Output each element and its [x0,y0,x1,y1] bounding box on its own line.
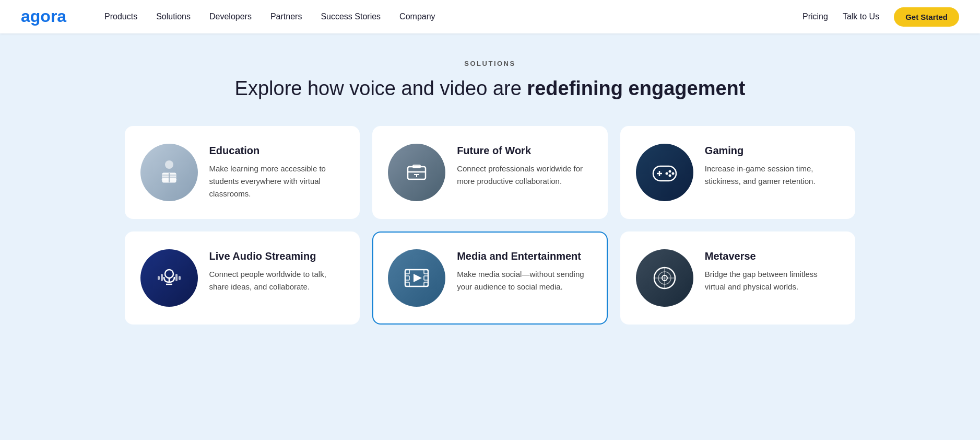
solutions-grid: Education Make learning more accessible … [125,126,856,325]
logo[interactable]: agora [21,7,78,26]
talk-to-us-link[interactable]: Talk to Us [843,12,879,21]
card-title-metaverse: Metaverse [705,249,840,263]
svg-point-19 [665,172,668,175]
avatar-metaverse [636,249,693,307]
card-desc-education: Make learning more accessible to student… [209,163,345,200]
svg-point-18 [668,174,671,177]
svg-rect-23 [158,276,160,280]
card-media[interactable]: Media and Entertainment Make media socia… [372,231,608,325]
svg-rect-8 [408,167,426,179]
svg-point-20 [165,270,173,278]
card-live-audio[interactable]: Live Audio Streaming Connect people worl… [125,231,360,325]
card-desc-media: Make media social—without sending your a… [457,268,592,293]
card-desc-gaming: Increase in-game session time, stickines… [705,163,840,188]
headline-prefix: Explore how voice and video are [235,77,527,99]
nav-links: Products Solutions Developers Partners S… [104,12,802,21]
svg-rect-26 [179,276,181,280]
pricing-link[interactable]: Pricing [802,12,828,21]
nav-solutions[interactable]: Solutions [156,12,191,21]
card-title-liveaudio: Live Audio Streaming [209,249,345,263]
card-title-futureofwork: Future of Work [457,144,592,157]
section-headline: Explore how voice and video are redefini… [31,77,949,101]
svg-point-17 [671,172,674,175]
card-title-gaming: Gaming [705,144,840,157]
navbar: agora Products Solutions Developers Part… [0,0,980,33]
main-content: SOLUTIONS Explore how voice and video ar… [0,33,980,356]
avatar-liveaudio [140,249,198,307]
card-desc-metaverse: Bridge the gap between limitless virtual… [705,268,840,293]
card-content-metaverse: Metaverse Bridge the gap between limitle… [705,249,840,293]
section-label: SOLUTIONS [31,60,949,67]
card-gaming[interactable]: Gaming Increase in-game session time, st… [620,126,856,219]
card-future-of-work[interactable]: Future of Work Connect professionals wor… [372,126,608,219]
card-content-liveaudio: Live Audio Streaming Connect people worl… [209,249,345,293]
avatar-gaming [636,144,693,201]
avatar-education [140,144,198,201]
card-metaverse[interactable]: Metaverse Bridge the gap between limitle… [620,231,856,325]
card-content-gaming: Gaming Increase in-game session time, st… [705,144,840,188]
nav-developers[interactable]: Developers [209,12,252,21]
svg-rect-24 [161,274,163,281]
card-content-futureofwork: Future of Work Connect professionals wor… [457,144,592,188]
card-desc-futureofwork: Connect professionals worldwide for more… [457,163,592,188]
avatar-futureofwork [388,144,445,201]
nav-success-stories[interactable]: Success Stories [321,12,381,21]
nav-products[interactable]: Products [104,12,137,21]
svg-point-1 [165,160,173,169]
svg-rect-25 [175,274,178,281]
card-desc-liveaudio: Connect people worldwide to talk, share … [209,268,345,293]
card-title-media: Media and Entertainment [457,249,592,263]
card-content-education: Education Make learning more accessible … [209,144,345,200]
nav-partners[interactable]: Partners [270,12,302,21]
nav-company[interactable]: Company [399,12,435,21]
card-content-media: Media and Entertainment Make media socia… [457,249,592,293]
headline-bold: redefining engagement [527,77,745,99]
get-started-button[interactable]: Get Started [894,7,959,27]
svg-point-16 [668,170,671,172]
nav-right: Pricing Talk to Us Get Started [802,7,959,27]
card-title-education: Education [209,144,345,157]
card-education[interactable]: Education Make learning more accessible … [125,126,360,219]
svg-text:agora: agora [21,7,66,26]
avatar-media [388,249,445,307]
